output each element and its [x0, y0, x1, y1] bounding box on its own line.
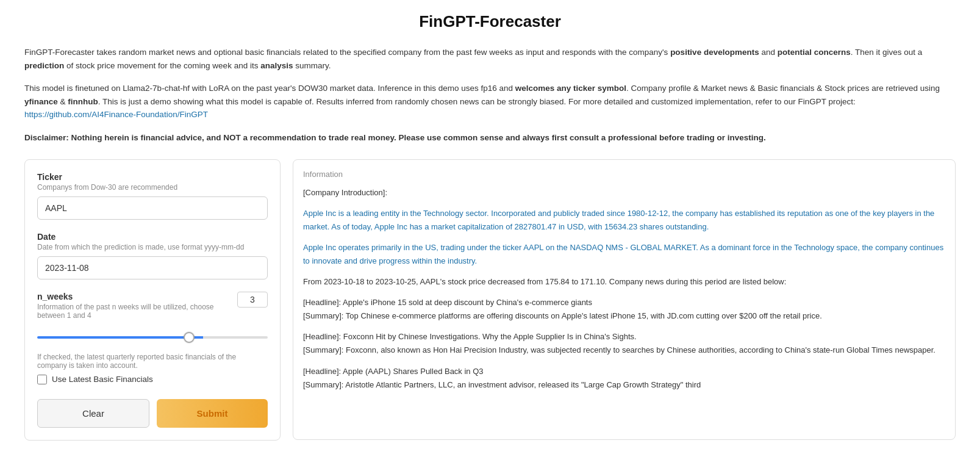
left-panel: Ticker Companys from Dow-30 are recommen…: [24, 159, 281, 441]
stock-info: From 2023-10-18 to 2023-10-25, AAPL's st…: [303, 275, 945, 289]
description-paragraph1: FinGPT-Forecaster takes random market ne…: [24, 46, 956, 72]
financials-checkbox-row: Use Latest Basic Financials: [37, 375, 268, 384]
main-layout: Ticker Companys from Dow-30 are recommen…: [24, 159, 956, 441]
date-hint: Date from which the prediction is made, …: [37, 243, 268, 251]
headline2: [Headline]: Foxconn Hit by Chinese Inves…: [303, 330, 945, 357]
nweeks-header: n_weeks Information of the past n weeks …: [37, 292, 268, 325]
right-panel: Information [Company Introduction]: Appl…: [293, 159, 956, 440]
info-content: [Company Introduction]: Apple Inc is a l…: [303, 186, 945, 392]
financials-hint: If checked, the latest quarterly reporte…: [37, 353, 268, 370]
info-label: Information: [303, 170, 945, 179]
ticker-field-group: Ticker Companys from Dow-30 are recommen…: [37, 172, 268, 220]
nweeks-label-group: n_weeks Information of the past n weeks …: [37, 292, 237, 325]
headline3: [Headline]: Apple (AAPL) Shares Pulled B…: [303, 365, 945, 392]
date-input[interactable]: [37, 256, 268, 279]
slider-container: [37, 331, 268, 340]
headline1: [Headline]: Apple's iPhone 15 sold at de…: [303, 296, 945, 323]
ticker-input[interactable]: [37, 196, 268, 220]
button-row: Clear Submit: [37, 399, 268, 428]
date-field-group: Date Date from which the prediction is m…: [37, 232, 268, 279]
nweeks-slider[interactable]: [37, 336, 268, 339]
nweeks-hint: Information of the past n weeks will be …: [37, 303, 237, 320]
financials-checkbox[interactable]: [37, 375, 47, 384]
nweeks-field-group: n_weeks Information of the past n weeks …: [37, 292, 268, 340]
company-intro-p2: Apple Inc operates primarily in the US, …: [303, 241, 945, 268]
financials-label: Use Latest Basic Financials: [52, 375, 153, 384]
company-intro-p1: Apple Inc is a leading entity in the Tec…: [303, 207, 945, 234]
date-label: Date: [37, 232, 268, 242]
ticker-hint: Companys from Dow-30 are recommended: [37, 183, 268, 192]
nweeks-label: n_weeks: [37, 292, 237, 301]
ticker-label: Ticker: [37, 172, 268, 182]
page-title: FinGPT-Forecaster: [24, 12, 956, 31]
company-intro-title: [Company Introduction]:: [303, 186, 945, 200]
financials-field-group: If checked, the latest quarterly reporte…: [37, 353, 268, 384]
nweeks-value-display: 3: [237, 292, 268, 308]
fingpt-link[interactable]: https://github.com/AI4Finance-Foundation…: [24, 110, 208, 119]
disclaimer-text: Disclaimer: Nothing herein is financial …: [24, 131, 956, 145]
description-paragraph2: This model is finetuned on Llama2-7b-cha…: [24, 82, 956, 121]
submit-button[interactable]: Submit: [157, 399, 268, 428]
clear-button[interactable]: Clear: [37, 399, 149, 428]
